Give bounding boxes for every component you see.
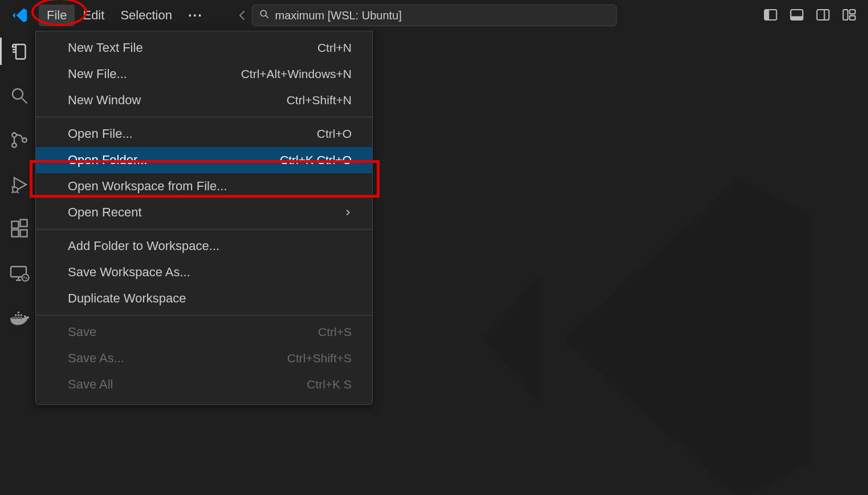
menu-item-label: Open Folder...	[68, 153, 147, 167]
menu-item-shortcut: Ctrl+Shift+S	[287, 351, 352, 365]
toggle-primary-sidebar-icon[interactable]	[763, 7, 779, 23]
menu-item-shortcut: Ctrl+K S	[307, 378, 352, 391]
command-center[interactable]: maximum [WSL: Ubuntu]	[252, 5, 617, 26]
activity-source-control[interactable]	[6, 126, 33, 154]
svg-line-12	[22, 99, 27, 104]
menu-selection[interactable]: Selection	[112, 5, 180, 26]
menu-item-label: New Text File	[68, 40, 143, 55]
search-icon	[259, 9, 270, 22]
menu-item-shortcut: Ctrl+S	[318, 325, 352, 339]
svg-rect-5	[790, 16, 802, 20]
menu-item-label: Save As...	[68, 351, 124, 366]
menu-item-open-workspace-from-file[interactable]: Open Workspace from File...	[36, 173, 372, 199]
menu-item-label: Open Recent	[68, 205, 142, 220]
svg-rect-9	[850, 10, 855, 14]
activity-explorer[interactable]	[6, 38, 33, 65]
svg-line-19	[17, 191, 19, 193]
menu-item-add-folder-to-workspace[interactable]: Add Folder to Workspace...	[36, 233, 372, 259]
activity-bar	[0, 31, 39, 495]
menu-item-label: New File...	[68, 67, 127, 81]
svg-point-15	[22, 138, 27, 142]
menu-item-shortcut: Ctrl+Shift+N	[287, 93, 352, 107]
svg-line-18	[12, 191, 14, 193]
activity-docker[interactable]	[6, 304, 33, 332]
menu-item-save-as: Save As...Ctrl+Shift+S	[36, 345, 372, 371]
menu-item-new-file[interactable]: New File...Ctrl+Alt+Windows+N	[36, 61, 372, 87]
menu-edit[interactable]: Edit	[75, 5, 112, 26]
menu-item-shortcut: Ctrl+K Ctrl+O	[280, 153, 352, 167]
menu-item-label: Open File...	[68, 126, 133, 141]
watermark-logo-icon	[452, 140, 851, 495]
svg-point-13	[12, 133, 17, 137]
menu-item-save: SaveCtrl+S	[36, 319, 372, 345]
svg-line-17	[12, 186, 14, 188]
svg-rect-21	[12, 230, 19, 237]
menu-item-new-window[interactable]: New WindowCtrl+Shift+N	[36, 87, 372, 113]
nav-back-icon[interactable]	[234, 6, 252, 24]
svg-point-27	[22, 275, 29, 281]
menu-item-save-all: Save AllCtrl+K S	[36, 371, 372, 398]
activity-search[interactable]	[6, 82, 33, 109]
app-logo	[0, 7, 39, 24]
menu-item-label: Open Workspace from File...	[68, 179, 227, 194]
menu-item-save-workspace-as[interactable]: Save Workspace As...	[36, 259, 372, 285]
menu-item-label: Save	[68, 325, 96, 339]
svg-rect-20	[12, 222, 19, 228]
menu-item-label: New Window	[68, 93, 141, 108]
menu-item-label: Add Folder to Workspace...	[68, 239, 219, 253]
menu-item-shortcut: Ctrl+O	[317, 127, 352, 141]
activity-remote-explorer[interactable]	[6, 260, 33, 287]
svg-point-11	[13, 89, 23, 99]
activity-extensions[interactable]	[6, 215, 33, 243]
menu-item-label: Save All	[68, 377, 113, 392]
command-center-text: maximum [WSL: Ubuntu]	[275, 9, 402, 22]
menu-item-label: Save Workspace As...	[68, 265, 190, 280]
svg-point-0	[260, 10, 266, 16]
activity-run-debug[interactable]	[6, 171, 33, 198]
svg-point-14	[12, 143, 17, 148]
chevron-right-icon	[344, 206, 352, 219]
menu-item-label: Duplicate Workspace	[68, 291, 186, 306]
toggle-panel-icon[interactable]	[789, 7, 805, 23]
svg-rect-22	[21, 230, 27, 237]
svg-rect-10	[850, 16, 855, 20]
menu-bar: File Edit Selection ···	[39, 4, 211, 27]
menu-item-open-file[interactable]: Open File...Ctrl+O	[36, 121, 372, 147]
layout-controls	[763, 7, 858, 23]
file-menu-dropdown: New Text FileCtrl+NNew File...Ctrl+Alt+W…	[35, 31, 373, 405]
menu-item-open-folder[interactable]: Open Folder...Ctrl+K Ctrl+O	[36, 147, 372, 173]
menu-item-open-recent[interactable]: Open Recent	[36, 199, 372, 226]
svg-line-1	[266, 15, 268, 18]
svg-rect-23	[21, 220, 27, 227]
title-bar: File Edit Selection ··· maximum [WSL: Ub…	[0, 0, 868, 31]
menu-overflow[interactable]: ···	[180, 4, 211, 27]
customize-layout-icon[interactable]	[842, 7, 858, 23]
menu-item-shortcut: Ctrl+N	[317, 41, 352, 55]
menu-file[interactable]: File	[39, 5, 75, 26]
svg-rect-3	[764, 10, 769, 20]
toggle-secondary-sidebar-icon[interactable]	[816, 7, 832, 23]
menu-item-duplicate-workspace[interactable]: Duplicate Workspace	[36, 285, 372, 312]
menu-item-new-text-file[interactable]: New Text FileCtrl+N	[36, 35, 372, 61]
svg-rect-6	[817, 10, 829, 20]
svg-rect-8	[843, 10, 847, 20]
menu-item-shortcut: Ctrl+Alt+Windows+N	[241, 67, 352, 81]
